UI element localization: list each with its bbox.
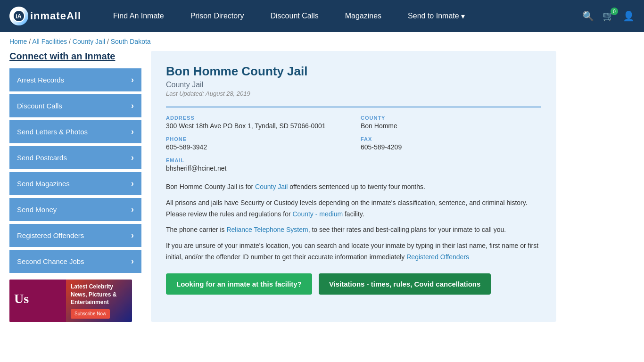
facility-desc-2: All prisons and jails have Security or C… <box>166 197 541 220</box>
chevron-right-icon: › <box>131 205 134 214</box>
nav-prison-directory[interactable]: Prison Directory <box>177 12 257 20</box>
chevron-right-icon: › <box>131 101 134 111</box>
chevron-right-icon: › <box>131 230 134 240</box>
nav-send-to-inmate[interactable]: Send to Inmate ▾ <box>395 12 478 21</box>
chevron-right-icon: › <box>131 127 134 137</box>
facility-desc-3: The phone carrier is Reliance Telephone … <box>166 224 541 236</box>
ad-subscribe-button[interactable]: Subscribe Now <box>71 309 110 319</box>
sidebar-discount-calls[interactable]: Discount Calls › <box>9 94 141 117</box>
breadcrumb-south-dakota[interactable]: South Dakota <box>111 38 151 45</box>
fax-value: 605-589-4209 <box>361 143 541 151</box>
email-label: EMAIL <box>166 157 347 163</box>
sidebar-title: Connect with an Inmate <box>9 51 141 62</box>
main-nav: Find An Inmate Prison Directory Discount… <box>100 12 582 21</box>
chevron-right-icon: › <box>131 256 134 266</box>
logo-icon: iA <box>9 7 28 25</box>
sidebar-send-letters-photos[interactable]: Send Letters & Photos › <box>9 120 141 143</box>
facility-type: County Jail <box>166 81 541 89</box>
chevron-right-icon: › <box>131 75 134 85</box>
nav-magazines[interactable]: Magazines <box>332 12 395 20</box>
facility-name: Bon Homme County Jail <box>166 64 541 79</box>
county-medium-link[interactable]: County - medium <box>292 210 343 218</box>
facility-last-updated: Last Updated: August 28, 2019 <box>166 90 541 97</box>
phone-value: 605-589-3942 <box>166 143 347 151</box>
chevron-down-icon: ▾ <box>461 12 465 21</box>
sidebar-second-chance-jobs[interactable]: Second Chance Jobs › <box>9 250 141 273</box>
facility-desc-4: If you are unsure of your inmate's locat… <box>166 240 541 263</box>
facility-desc-1: Bon Homme County Jail is for County Jail… <box>166 181 541 193</box>
user-icon[interactable]: 👤 <box>623 10 635 22</box>
chevron-right-icon: › <box>131 179 134 189</box>
cart-icon[interactable]: 🛒 0 <box>603 10 614 22</box>
address-label: ADDRESS <box>166 115 347 121</box>
header-icons: 🔍 🛒 0 👤 <box>582 10 635 22</box>
sidebar: Connect with an Inmate Arrest Records › … <box>9 51 141 322</box>
email-value: bhsheriff@hcinet.net <box>166 165 347 172</box>
breadcrumb-all-facilities[interactable]: All Facilities <box>32 38 67 45</box>
county-value: Bon Homme <box>361 122 541 130</box>
logo[interactable]: iA inmateAll <box>9 7 81 25</box>
sidebar-arrest-records[interactable]: Arrest Records › <box>9 68 141 91</box>
nav-find-inmate[interactable]: Find An Inmate <box>100 12 177 20</box>
phone-carrier-link[interactable]: Reliance Telephone System <box>226 226 308 233</box>
sidebar-send-postcards[interactable]: Send Postcards › <box>9 146 141 169</box>
fax-label: FAX <box>361 136 541 142</box>
facility-info-grid: ADDRESS 300 West 18th Ave PO Box 1, Tynd… <box>166 107 541 172</box>
email-block: EMAIL bhsheriff@hcinet.net <box>166 157 347 172</box>
logo-text: inmateAll <box>30 10 81 22</box>
address-block: ADDRESS 300 West 18th Ave PO Box 1, Tynd… <box>166 115 347 130</box>
search-icon[interactable]: 🔍 <box>582 10 594 22</box>
sidebar-send-magazines[interactable]: Send Magazines › <box>9 172 141 195</box>
ad-title: Latest Celebrity News, Pictures & Entert… <box>71 283 127 306</box>
sidebar-send-money[interactable]: Send Money › <box>9 198 141 221</box>
site-header: iA inmateAll Find An Inmate Prison Direc… <box>0 0 644 32</box>
fax-block: FAX 605-589-4209 <box>361 136 541 151</box>
svg-text:iA: iA <box>16 13 22 20</box>
county-jail-link[interactable]: County Jail <box>255 183 288 190</box>
phone-block: PHONE 605-589-3942 <box>166 136 347 151</box>
county-block: COUNTY Bon Homme <box>361 115 541 130</box>
chevron-right-icon: › <box>131 153 134 163</box>
breadcrumb-county-jail[interactable]: County Jail <box>73 38 105 45</box>
phone-label: PHONE <box>166 136 347 142</box>
sidebar-registered-offenders[interactable]: Registered Offenders › <box>9 224 141 247</box>
action-buttons: Looking for an inmate at this facility? … <box>166 273 541 295</box>
nav-discount-calls[interactable]: Discount Calls <box>257 12 331 20</box>
address-value: 300 West 18th Ave PO Box 1, Tyndall, SD … <box>166 122 347 130</box>
registered-offenders-link[interactable]: Registered Offenders <box>406 253 469 261</box>
advertisement[interactable]: Latest Celebrity News, Pictures & Entert… <box>9 280 132 322</box>
county-label: COUNTY <box>361 115 541 121</box>
breadcrumb-home[interactable]: Home <box>9 38 27 45</box>
looking-for-inmate-button[interactable]: Looking for an inmate at this facility? <box>166 273 312 295</box>
breadcrumb: Home / All Facilities / County Jail / So… <box>0 32 644 51</box>
visitations-button[interactable]: Visitations - times, rules, Covid cancel… <box>319 273 491 295</box>
facility-detail: Bon Homme County Jail County Jail Last U… <box>151 51 556 322</box>
ad-image <box>9 280 66 322</box>
cart-badge: 0 <box>611 8 618 15</box>
main-content: Connect with an Inmate Arrest Records › … <box>0 51 566 336</box>
